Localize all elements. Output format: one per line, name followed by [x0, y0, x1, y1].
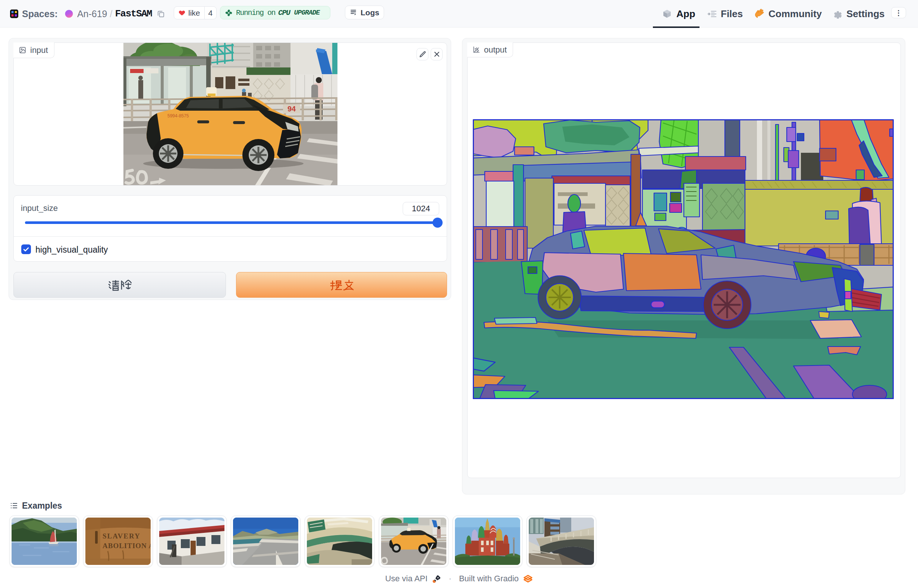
svg-text:ABOLITION ACT: ABOLITION ACT: [102, 542, 151, 549]
svg-text:94: 94: [288, 105, 296, 113]
svg-text:5994-8575: 5994-8575: [167, 113, 189, 118]
svg-text:SLAVERY: SLAVERY: [102, 532, 141, 540]
